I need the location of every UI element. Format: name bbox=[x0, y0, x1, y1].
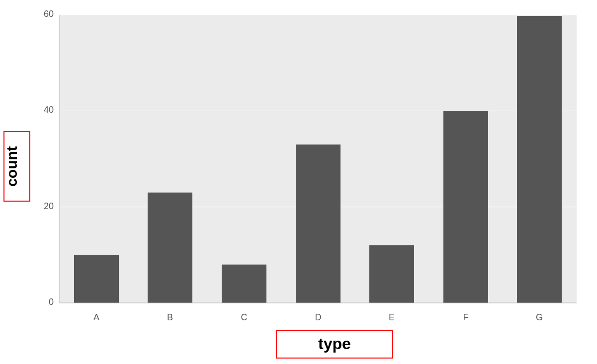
svg-text:0: 0 bbox=[49, 297, 54, 307]
x-label-F: F bbox=[463, 312, 469, 322]
bar-C bbox=[222, 265, 266, 303]
bar-chart: 0 20 40 60 count A B C D E F G bbox=[0, 0, 597, 364]
bar-G bbox=[517, 16, 562, 303]
bar-F bbox=[443, 111, 488, 303]
x-axis-label: type bbox=[318, 335, 351, 353]
y-axis-label: count bbox=[3, 146, 20, 187]
x-label-G: G bbox=[536, 312, 543, 322]
x-label-E: E bbox=[389, 312, 395, 322]
x-label-B: B bbox=[167, 312, 173, 322]
bar-D bbox=[296, 145, 341, 303]
bar-B bbox=[148, 193, 192, 303]
svg-text:60: 60 bbox=[44, 9, 54, 19]
bar-E bbox=[369, 245, 414, 303]
x-label-A: A bbox=[93, 312, 99, 322]
x-label-C: C bbox=[241, 312, 248, 322]
chart-container: 0 20 40 60 count A B C D E F G bbox=[0, 0, 597, 364]
svg-text:20: 20 bbox=[44, 201, 54, 211]
svg-text:40: 40 bbox=[44, 105, 54, 115]
bar-A bbox=[74, 255, 119, 303]
x-label-D: D bbox=[315, 312, 322, 322]
